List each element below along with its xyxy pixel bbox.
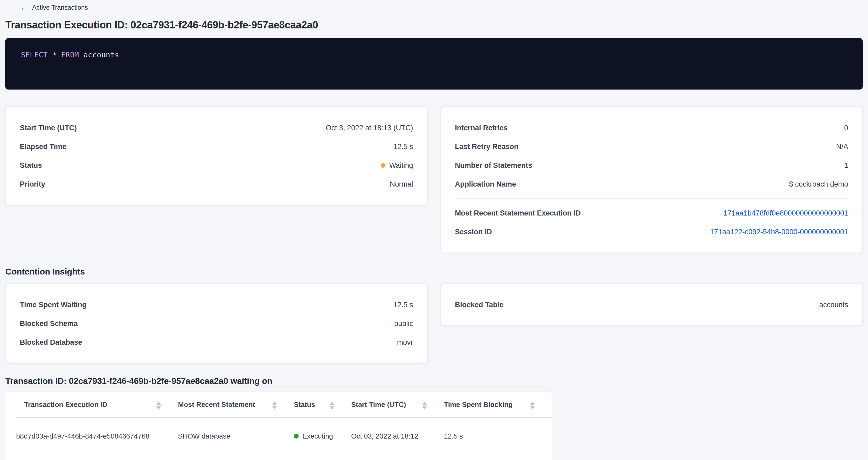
cell-most-recent-statement: SHOW database <box>178 418 294 456</box>
number-of-statements-label: Number of Statements <box>455 161 532 170</box>
cell-start-time: Oct 03, 2022 at 18:12 <box>351 418 444 456</box>
transaction-summary-card: Start Time (UTC) Oct 3, 2022 at 18:13 (U… <box>5 107 428 205</box>
blocked-database-row: Blocked Database movr <box>20 333 413 352</box>
application-name-row: Application Name $ cockroach demo <box>455 175 848 193</box>
column-header-status[interactable]: Status <box>294 392 351 418</box>
back-arrow-icon: ← <box>20 4 27 11</box>
sort-icon <box>272 402 277 409</box>
back-link-label: Active Transactions <box>32 4 88 11</box>
sql-statement-box: SELECT * FROM accounts <box>5 38 863 90</box>
statement-execution-id-row: Most Recent Statement Execution ID 171aa… <box>455 204 848 222</box>
waiting-transaction-row: b8d7d03a-d497-446b-8474-e50846674768 SHO… <box>16 418 552 456</box>
elapsed-time-label: Elapsed Time <box>20 143 66 151</box>
status-row: Status Waiting <box>20 156 413 175</box>
blocked-table-label: Blocked Table <box>455 301 503 309</box>
internal-retries-row: Internal Retries 0 <box>455 119 848 137</box>
blocked-schema-row: Blocked Schema public <box>20 314 413 333</box>
last-retry-reason-label: Last Retry Reason <box>455 143 519 151</box>
card-divider <box>455 198 848 199</box>
priority-row: Priority Normal <box>20 175 413 193</box>
blocked-database-label: Blocked Database <box>20 338 82 346</box>
sql-star: * <box>52 51 57 59</box>
column-header-label: Most Recent Statement <box>178 400 255 412</box>
top-navigation: ← Active Transactions <box>5 0 863 12</box>
waiting-on-heading: Transaction ID: 02ca7931-f246-469b-b2fe-… <box>5 376 863 386</box>
sort-icon <box>423 402 427 409</box>
cell-status-text: Executing <box>302 432 333 440</box>
session-id-row: Session ID 171aa122-c092-54b8-0000-00000… <box>455 222 848 241</box>
time-spent-waiting-value: 12.5 s <box>393 301 413 309</box>
column-header-label: Time Spent Blocking <box>444 400 513 412</box>
start-time-value: Oct 3, 2022 at 18:13 (UTC) <box>326 124 413 132</box>
sql-table-name: accounts <box>83 51 119 59</box>
time-spent-waiting-label: Time Spent Waiting <box>20 301 87 309</box>
active-transaction-details-page: ← Active Transactions Transaction Execut… <box>0 0 868 460</box>
contention-left-card: Time Spent Waiting 12.5 s Blocked Schema… <box>5 284 428 364</box>
status-value-text: Waiting <box>389 161 413 170</box>
application-name-value: $ cockroach demo <box>789 180 848 188</box>
sql-statement-text: SELECT * FROM accounts <box>21 51 119 59</box>
internal-retries-label: Internal Retries <box>455 124 508 132</box>
column-header-most-recent-statement[interactable]: Most Recent Statement <box>178 392 294 418</box>
start-time-row: Start Time (UTC) Oct 3, 2022 at 18:13 (U… <box>20 119 413 137</box>
column-header-label: Status <box>294 400 315 412</box>
number-of-statements-value: 1 <box>844 161 848 170</box>
contention-cards-row: Time Spent Waiting 12.5 s Blocked Schema… <box>5 284 863 364</box>
sort-icon <box>330 402 334 409</box>
priority-label: Priority <box>20 180 45 188</box>
session-id-label: Session ID <box>455 228 492 236</box>
blocked-table-value: accounts <box>819 301 848 309</box>
column-header-label: Start Time (UTC) <box>351 400 406 412</box>
last-retry-reason-row: Last Retry Reason N/A <box>455 137 848 156</box>
elapsed-time-row: Elapsed Time 12.5 s <box>20 137 413 156</box>
application-name-label: Application Name <box>455 180 516 188</box>
waiting-status-dot-icon <box>381 163 385 168</box>
blocked-schema-value: public <box>394 319 413 328</box>
column-header-start-time[interactable]: Start Time (UTC) <box>351 392 444 418</box>
contention-right-card: Blocked Table accounts <box>440 284 863 326</box>
waiting-on-table: Transaction Execution ID Most Recent Sta… <box>16 392 552 456</box>
sort-icon <box>157 402 161 409</box>
start-time-label: Start Time (UTC) <box>20 124 77 132</box>
cell-transaction-execution-id: b8d7d03a-d497-446b-8474-e50846674768 <box>16 418 178 456</box>
status-value: Waiting <box>381 161 413 170</box>
last-retry-reason-value: N/A <box>836 143 848 151</box>
session-id-link[interactable]: 171aa122-c092-54b8-0000-000000000001 <box>710 228 848 236</box>
execution-details-card: Internal Retries 0 Last Retry Reason N/A… <box>440 107 863 253</box>
sql-keyword-select: SELECT <box>21 51 48 59</box>
column-header-time-spent-blocking[interactable]: Time Spent Blocking <box>444 392 552 418</box>
internal-retries-value: 0 <box>844 124 848 132</box>
elapsed-time-value: 12.5 s <box>393 143 413 151</box>
summary-cards-row: Start Time (UTC) Oct 3, 2022 at 18:13 (U… <box>5 107 863 253</box>
statement-execution-id-link[interactable]: 171aa1b478fdf0e80000000000000001 <box>723 209 848 217</box>
statement-execution-id-label: Most Recent Statement Execution ID <box>455 209 581 217</box>
table-header-row: Transaction Execution ID Most Recent Sta… <box>16 392 552 418</box>
back-to-active-transactions-link[interactable]: ← Active Transactions <box>20 4 88 11</box>
status-label: Status <box>20 161 42 170</box>
page-title: Transaction Execution ID: 02ca7931-f246-… <box>5 19 863 31</box>
blocked-schema-label: Blocked Schema <box>20 319 78 328</box>
blocked-table-row: Blocked Table accounts <box>455 296 848 314</box>
cell-time-spent-blocking: 12.5 s <box>444 418 552 456</box>
waiting-on-table-card: Transaction Execution ID Most Recent Sta… <box>5 392 552 460</box>
time-spent-waiting-row: Time Spent Waiting 12.5 s <box>20 296 413 314</box>
sql-keyword-from: FROM <box>61 51 79 59</box>
column-header-transaction-execution-id[interactable]: Transaction Execution ID <box>16 392 178 418</box>
executing-status-dot-icon <box>294 434 299 438</box>
priority-value: Normal <box>390 180 413 188</box>
sort-icon <box>530 402 534 409</box>
blocked-database-value: movr <box>397 338 413 346</box>
contention-insights-heading: Contention Insights <box>5 267 863 277</box>
column-header-label: Transaction Execution ID <box>24 400 107 412</box>
number-of-statements-row: Number of Statements 1 <box>455 156 848 175</box>
cell-status: Executing <box>294 418 351 456</box>
